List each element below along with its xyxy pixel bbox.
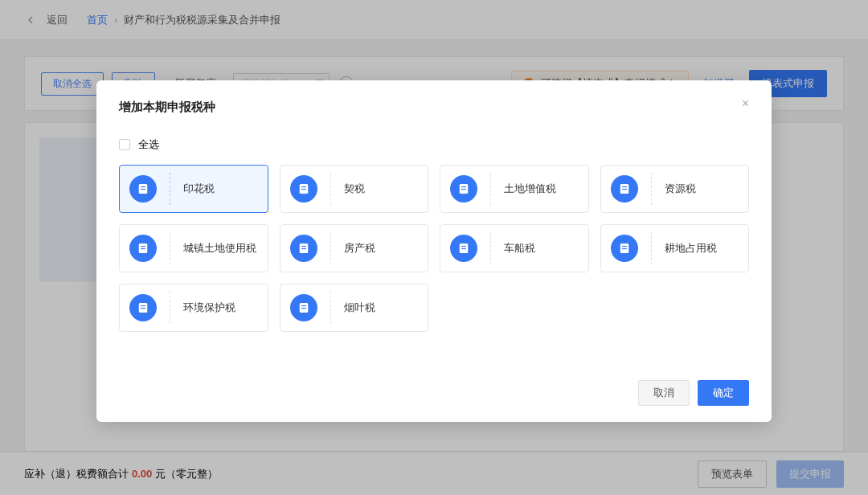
tax-type-grid: 印花税契税土地增值税资源税城镇土地使用税房产税车船税耕地占用税环境保护税烟叶税	[119, 165, 749, 332]
add-tax-type-modal: × 增加本期申报税种 全选 印花税契税土地增值税资源税城镇土地使用税房产税车船税…	[96, 80, 772, 422]
modal-title: 增加本期申报税种	[119, 100, 749, 115]
tax-tile-label: 房产税	[344, 241, 375, 256]
landval-icon	[450, 175, 477, 202]
svg-rect-28	[301, 305, 306, 306]
stamp-icon	[129, 175, 157, 202]
tax-tile-label: 烟叶税	[344, 301, 375, 315]
tax-tile-label: 车船税	[504, 241, 535, 256]
tile-divider	[330, 173, 331, 205]
vehicle-icon	[450, 235, 477, 262]
tax-tile-4[interactable]: 城镇土地使用税	[119, 224, 268, 272]
svg-rect-29	[301, 308, 306, 309]
tax-tile-9[interactable]: 烟叶税	[280, 284, 429, 332]
contract-icon	[290, 175, 317, 202]
tile-divider	[490, 173, 491, 205]
tax-tile-label: 印花税	[183, 182, 215, 196]
cancel-button[interactable]: 取消	[638, 380, 690, 406]
tile-divider	[170, 292, 170, 324]
svg-rect-2	[141, 189, 145, 190]
tobacco-icon	[290, 294, 317, 321]
svg-rect-7	[461, 186, 466, 187]
svg-rect-22	[622, 246, 627, 247]
confirm-button[interactable]: 确定	[698, 380, 749, 406]
svg-rect-5	[301, 189, 306, 190]
tax-tile-8[interactable]: 环境保护税	[119, 284, 268, 332]
tax-tile-label: 城镇土地使用税	[183, 241, 256, 256]
tile-divider	[490, 232, 491, 264]
tax-tile-label: 环境保护税	[183, 301, 235, 315]
tax-tile-label: 耕地占用税	[665, 241, 717, 256]
tile-divider	[170, 173, 170, 205]
svg-rect-19	[461, 246, 466, 247]
svg-rect-14	[141, 248, 145, 249]
tax-tile-7[interactable]: 耕地占用税	[600, 224, 750, 272]
tile-divider	[170, 232, 170, 264]
tax-tile-label: 资源税	[665, 182, 696, 196]
select-all-checkbox[interactable]	[119, 139, 130, 150]
svg-rect-17	[301, 248, 306, 249]
tax-tile-label: 契税	[344, 182, 365, 196]
svg-rect-25	[141, 305, 145, 306]
svg-rect-8	[461, 189, 466, 190]
select-all-label: 全选	[138, 137, 159, 152]
tax-tile-label: 土地增值税	[504, 182, 556, 196]
svg-rect-20	[461, 248, 466, 249]
resource-icon	[611, 175, 638, 202]
modal-footer: 取消 确定	[119, 380, 749, 406]
tax-tile-1[interactable]: 契税	[280, 165, 429, 213]
urban-land-icon	[129, 235, 157, 262]
svg-rect-4	[301, 186, 306, 187]
farmland-icon	[611, 235, 638, 262]
tax-tile-3[interactable]: 资源税	[600, 165, 750, 213]
property-icon	[290, 235, 317, 262]
tile-divider	[330, 232, 331, 264]
svg-rect-13	[141, 246, 145, 247]
tile-divider	[651, 173, 652, 205]
svg-rect-16	[301, 246, 306, 247]
svg-rect-10	[622, 186, 627, 187]
svg-rect-11	[622, 189, 627, 190]
tax-tile-6[interactable]: 车船税	[440, 224, 589, 272]
environment-icon	[129, 294, 157, 321]
modal-close-icon[interactable]: ×	[742, 96, 749, 111]
tile-divider	[330, 292, 331, 324]
svg-rect-1	[141, 186, 145, 187]
tile-divider	[651, 232, 652, 264]
tax-tile-5[interactable]: 房产税	[280, 224, 429, 272]
select-all-row[interactable]: 全选	[119, 137, 749, 152]
svg-rect-23	[622, 248, 627, 249]
tax-tile-0[interactable]: 印花税	[119, 165, 268, 213]
tax-tile-2[interactable]: 土地增值税	[440, 165, 589, 213]
modal-overlay[interactable]: × 增加本期申报税种 全选 印花税契税土地增值税资源税城镇土地使用税房产税车船税…	[0, 0, 868, 495]
svg-rect-26	[141, 308, 145, 309]
